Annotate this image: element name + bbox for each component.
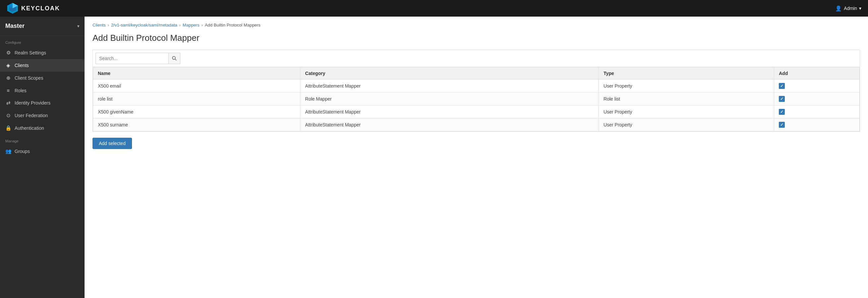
navbar: KEYCLOAK 👤 Admin ▾ [0, 0, 868, 17]
user-icon: 👤 [835, 5, 842, 11]
cell-add[interactable] [774, 106, 860, 118]
cell-name: X500 surname [93, 118, 300, 131]
content-area: Clients › 2/v1-saml/keycloak/saml/metada… [85, 17, 868, 298]
col-type: Type [599, 67, 774, 80]
sidebar-item-groups[interactable]: 👥 Groups [0, 145, 85, 158]
checkbox-checked[interactable] [779, 122, 785, 128]
breadcrumb-saml[interactable]: 2/v1-saml/keycloak/saml/metadata [111, 23, 177, 28]
cell-category: AttributeStatement Mapper [300, 80, 599, 93]
sidebar-item-authentication[interactable]: 🔒 Authentication [0, 122, 85, 135]
cell-category: Role Mapper [300, 93, 599, 106]
user-label: Admin [844, 6, 857, 11]
cell-type: User Property [599, 80, 774, 93]
client-scopes-icon: ⊕ [5, 75, 11, 81]
realm-name: Master [5, 23, 25, 30]
checkbox-checked[interactable] [779, 96, 785, 102]
realm-settings-icon: ⚙ [5, 50, 11, 56]
search-row [93, 50, 860, 67]
user-chevron: ▾ [859, 6, 861, 11]
brand: KEYCLOAK [7, 2, 60, 14]
col-name: Name [93, 67, 300, 80]
identity-providers-icon: ⇄ [5, 100, 11, 106]
authentication-icon: 🔒 [5, 125, 11, 131]
cell-type: User Property [599, 118, 774, 131]
configure-label: Configure [0, 36, 85, 47]
search-bar [95, 53, 857, 64]
groups-icon: 👥 [5, 148, 11, 154]
checkbox-checked[interactable] [779, 83, 785, 89]
cell-add[interactable] [774, 80, 860, 93]
realm-selector[interactable]: Master ▾ [0, 17, 85, 36]
table-row: role listRole MapperRole list [93, 93, 860, 106]
table-section: Name Category Type Add X500 emailAttribu… [85, 50, 868, 149]
cell-name: X500 givenName [93, 106, 300, 118]
cell-type: User Property [599, 106, 774, 118]
sidebar-item-label: Realm Settings [14, 50, 46, 55]
sidebar-item-label: Authentication [14, 125, 44, 131]
breadcrumb-clients[interactable]: Clients [93, 23, 106, 28]
sidebar-item-user-federation[interactable]: ⊙ User Federation [0, 109, 85, 122]
table-header-row: Name Category Type Add [93, 67, 860, 80]
cell-type: Role list [599, 93, 774, 106]
user-menu[interactable]: 👤 Admin ▾ [835, 5, 861, 11]
search-icon [172, 56, 177, 61]
checkbox-checked[interactable] [779, 109, 785, 115]
breadcrumb: Clients › 2/v1-saml/keycloak/saml/metada… [85, 17, 868, 28]
cell-category: AttributeStatement Mapper [300, 118, 599, 131]
col-category: Category [300, 67, 599, 80]
breadcrumb-mappers[interactable]: Mappers [183, 23, 199, 28]
cell-add[interactable] [774, 93, 860, 106]
sidebar-item-label: Clients [14, 63, 29, 68]
breadcrumb-current: Add Builtin Protocol Mappers [205, 23, 260, 28]
sidebar-item-label: Identity Providers [14, 100, 51, 106]
sidebar-item-label: Client Scopes [14, 75, 43, 81]
sidebar-item-identity-providers[interactable]: ⇄ Identity Providers [0, 96, 85, 109]
roles-icon: ≡ [5, 88, 11, 93]
table-row: X500 givenNameAttributeStatement MapperU… [93, 106, 860, 118]
svg-line-5 [175, 59, 176, 60]
sidebar: Master ▾ Configure ⚙ Realm Settings ◈ Cl… [0, 17, 85, 298]
user-federation-icon: ⊙ [5, 113, 11, 118]
svg-point-4 [173, 56, 176, 59]
keycloak-logo [7, 2, 19, 14]
manage-label: Manage [0, 135, 85, 145]
sidebar-item-realm-settings[interactable]: ⚙ Realm Settings [0, 47, 85, 59]
main-layout: Master ▾ Configure ⚙ Realm Settings ◈ Cl… [0, 17, 868, 298]
mappers-table: Name Category Type Add X500 emailAttribu… [93, 67, 860, 131]
cell-category: AttributeStatement Mapper [300, 106, 599, 118]
cell-add[interactable] [774, 118, 860, 131]
sidebar-item-client-scopes[interactable]: ⊕ Client Scopes [0, 72, 85, 84]
sidebar-item-clients[interactable]: ◈ Clients [0, 59, 85, 72]
realm-chevron: ▾ [77, 24, 79, 29]
sidebar-item-label: User Federation [14, 113, 48, 118]
sidebar-item-label: Roles [14, 88, 27, 93]
page-title: Add Builtin Protocol Mapper [85, 28, 868, 50]
app-title: KEYCLOAK [21, 5, 60, 12]
breadcrumb-sep-2: › [179, 23, 181, 28]
cell-name: role list [93, 93, 300, 106]
search-input[interactable] [95, 53, 168, 64]
table-row: X500 emailAttributeStatement MapperUser … [93, 80, 860, 93]
breadcrumb-sep-3: › [201, 23, 203, 28]
col-add: Add [774, 67, 860, 80]
search-button[interactable] [168, 53, 180, 64]
table-wrapper: Name Category Type Add X500 emailAttribu… [93, 50, 860, 132]
add-selected-button[interactable]: Add selected [93, 138, 132, 149]
clients-icon: ◈ [5, 62, 11, 68]
sidebar-item-label: Groups [14, 149, 30, 154]
breadcrumb-sep-1: › [108, 23, 109, 28]
table-row: X500 surnameAttributeStatement MapperUse… [93, 118, 860, 131]
cell-name: X500 email [93, 80, 300, 93]
sidebar-item-roles[interactable]: ≡ Roles [0, 84, 85, 96]
